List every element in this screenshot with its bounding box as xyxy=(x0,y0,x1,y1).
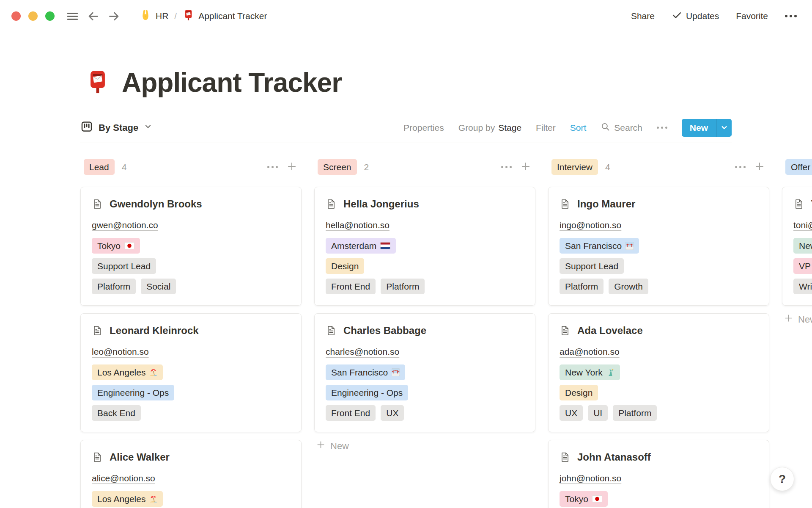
view-more-icon[interactable] xyxy=(657,127,667,129)
tag-row: PlatformSocial xyxy=(92,279,290,294)
card-title: Ada Lovelace xyxy=(577,324,643,337)
breadcrumb-workspace-label: HR xyxy=(156,11,168,21)
add-new-card-button[interactable]: New xyxy=(782,313,812,326)
filter-button[interactable]: Filter xyxy=(536,123,556,133)
column-tools xyxy=(735,161,765,174)
tag-pill-new-york: New York xyxy=(793,238,812,254)
card-title-row: John Atanasoff xyxy=(560,450,758,464)
page-icon xyxy=(92,199,103,210)
column-add-card-icon[interactable] xyxy=(520,161,531,174)
traffic-lights xyxy=(11,11,55,21)
kanban-card-ada-lovelace[interactable]: Ada Lovelaceada@notion.soNew YorkDesignU… xyxy=(548,313,769,432)
share-button[interactable]: Share xyxy=(631,11,655,21)
card-email-link[interactable]: hella@notion.so xyxy=(326,220,390,230)
forward-icon[interactable] xyxy=(107,9,121,23)
card-title: Charles Babbage xyxy=(343,324,426,337)
card-email-row: ada@notion.so xyxy=(560,347,758,357)
board-column-interview: Interview4Ingo Maureringo@notion.soSan F… xyxy=(548,159,769,508)
card-title-row: Gwendolyn Brooks xyxy=(92,197,290,211)
column-name-pill[interactable]: Offer xyxy=(785,159,812,175)
tag-pill-writing: Writing xyxy=(793,279,812,294)
add-new-card-button[interactable]: New xyxy=(314,440,535,452)
page-icon xyxy=(560,199,571,210)
board-column-lead: Lead4Gwendolyn Brooksgwen@notion.coTokyo… xyxy=(80,159,302,508)
tag-row: Front EndUX xyxy=(326,405,524,421)
tag-row: Support Lead xyxy=(92,258,290,274)
card-email-link[interactable]: john@notion.so xyxy=(560,473,621,483)
tag-pill-ux: UX xyxy=(560,405,583,421)
tag-pill-platform: Platform xyxy=(381,279,425,294)
column-more-icon[interactable] xyxy=(735,166,746,168)
tag-pill-new-york: New York xyxy=(560,364,620,380)
card-email-link[interactable]: gwen@notion.co xyxy=(92,220,158,230)
new-button-label: New xyxy=(682,119,716,137)
sidebar-menu-icon[interactable] xyxy=(66,9,80,23)
plus-icon xyxy=(784,313,793,326)
help-button[interactable]: ? xyxy=(770,467,794,491)
card-title: Gwendolyn Brooks xyxy=(110,197,202,211)
check-icon xyxy=(672,10,682,22)
group-by-button[interactable]: Group by Stage xyxy=(458,123,521,133)
back-icon[interactable] xyxy=(86,9,100,23)
card-email-link[interactable]: toni@notion.so xyxy=(793,220,812,230)
tag-pill-growth: Growth xyxy=(609,279,648,294)
kanban-card-john-atanasoff[interactable]: John Atanasoffjohn@notion.soTokyo xyxy=(548,440,769,508)
column-name-pill[interactable]: Lead xyxy=(84,159,115,175)
tag-pill-back-end: Back End xyxy=(92,405,141,421)
column-add-card-icon[interactable] xyxy=(286,161,297,174)
search-button[interactable]: Search xyxy=(601,122,642,134)
kanban-card-toni-morrison[interactable]: Toni Morrisontoni@notion.soNew YorkVP of… xyxy=(782,187,812,306)
breadcrumb-separator: / xyxy=(174,11,177,21)
tag-row: New York xyxy=(560,364,758,380)
card-title-row: Alice Walker xyxy=(92,450,290,464)
page-postbox-icon[interactable] xyxy=(85,69,110,96)
updates-button[interactable]: Updates xyxy=(672,10,719,22)
favorite-button[interactable]: Favorite xyxy=(736,11,768,21)
kanban-card-gwendolyn-brooks[interactable]: Gwendolyn Brooksgwen@notion.coTokyoSuppo… xyxy=(80,187,302,306)
kanban-card-alice-walker[interactable]: Alice Walkeralice@notion.soLos Angeles xyxy=(80,440,302,508)
kanban-card-leonard-kleinrock[interactable]: Leonard Kleinrockleo@notion.soLos Angele… xyxy=(80,313,302,432)
close-window-button[interactable] xyxy=(11,11,21,21)
card-title: Leonard Kleinrock xyxy=(110,324,199,337)
tag-pill-vp-of-sales: VP of Sales xyxy=(793,258,812,274)
tag-pill-ui: UI xyxy=(588,405,608,421)
breadcrumb-page[interactable]: Applicant Tracker xyxy=(180,8,269,25)
sort-button[interactable]: Sort xyxy=(570,123,587,133)
kanban-card-ingo-maurer[interactable]: Ingo Maureringo@notion.soSan FranciscoSu… xyxy=(548,187,769,306)
breadcrumb: HR / Applicant Tracker xyxy=(137,8,269,25)
tag-row: VP of Sales xyxy=(793,258,812,274)
card-email-link[interactable]: charles@notion.so xyxy=(326,347,399,356)
card-email-row: gwen@notion.co xyxy=(92,220,290,230)
card-email-link[interactable]: alice@notion.so xyxy=(92,473,155,483)
column-name-pill[interactable]: Interview xyxy=(551,159,598,175)
page-title: Applicant Tracker xyxy=(122,67,342,98)
column-more-icon[interactable] xyxy=(267,166,278,168)
card-title-row: Hella Jongerius xyxy=(326,197,524,211)
card-email-link[interactable]: ingo@notion.so xyxy=(560,220,621,230)
victory-hand-icon xyxy=(140,9,151,23)
card-email-link[interactable]: leo@notion.so xyxy=(92,347,149,356)
breadcrumb-workspace-hr[interactable]: HR xyxy=(137,8,171,25)
search-icon xyxy=(601,122,610,134)
zoom-window-button[interactable] xyxy=(45,11,55,21)
tag-pill-tokyo: Tokyo xyxy=(92,238,140,254)
column-add-card-icon[interactable] xyxy=(754,161,765,174)
tag-pill-engineering-ops: Engineering - Ops xyxy=(92,385,174,400)
minimize-window-button[interactable] xyxy=(28,11,38,21)
card-email-link[interactable]: ada@notion.so xyxy=(560,347,620,356)
properties-button[interactable]: Properties xyxy=(403,123,444,133)
tag-pill-ux: UX xyxy=(381,405,404,421)
tag-pill-engineering-ops: Engineering - Ops xyxy=(326,385,408,400)
more-options-icon[interactable] xyxy=(785,15,797,17)
new-button-chevron-icon[interactable] xyxy=(716,119,732,137)
kanban-board: Lead4Gwendolyn Brooksgwen@notion.coTokyo… xyxy=(80,159,812,508)
new-button[interactable]: New xyxy=(682,119,732,137)
kanban-card-charles-babbage[interactable]: Charles Babbagecharles@notion.soSan Fran… xyxy=(314,313,535,432)
view-switcher[interactable]: By Stage xyxy=(80,120,152,135)
column-more-icon[interactable] xyxy=(501,166,512,168)
card-title: John Atanasoff xyxy=(577,450,651,464)
kanban-card-hella-jongerius[interactable]: Hella Jongeriushella@notion.soAmsterdamD… xyxy=(314,187,535,306)
column-name-pill[interactable]: Screen xyxy=(318,159,357,175)
tag-pill-design: Design xyxy=(560,385,598,400)
search-label: Search xyxy=(614,123,642,133)
